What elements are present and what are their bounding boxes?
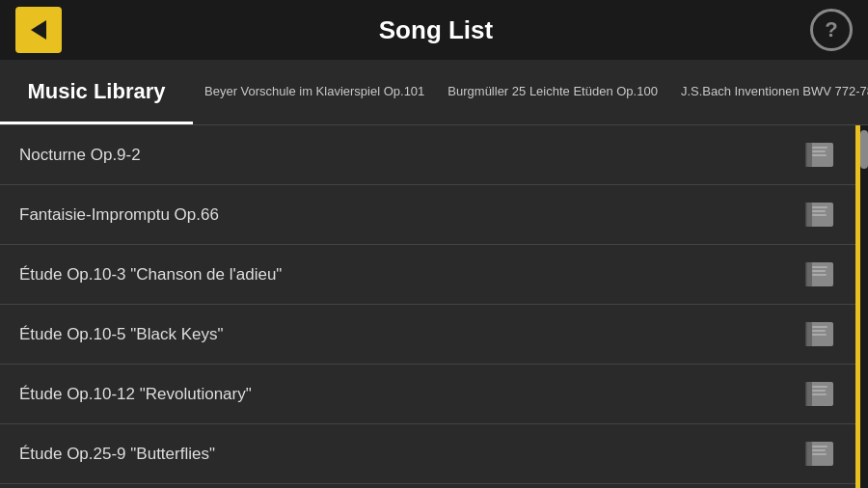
song-row[interactable]: Nocturne Op.9-2 [0,125,855,185]
help-button[interactable]: ? [810,9,853,51]
song-title: Étude Op.10-5 "Black Keys" [19,325,801,344]
book-icon [801,377,836,412]
song-title: Fantaisie-Impromptu Op.66 [19,205,801,225]
svg-rect-3 [812,147,827,149]
tab-bach[interactable]: J.S.Bach Inventionen BWV 772-786 [669,60,868,124]
tab-row: Music Library Beyer Vorschule im Klavier… [0,60,868,125]
book-icon [801,437,836,472]
header: Song List ? [0,0,868,60]
svg-rect-22 [812,330,826,332]
book-svg [802,320,835,349]
book-icon [801,258,836,292]
svg-rect-15 [812,266,827,268]
svg-rect-7 [806,203,812,227]
book-icon [801,138,836,173]
svg-rect-25 [806,382,812,406]
svg-rect-17 [812,274,827,276]
svg-rect-9 [812,206,827,208]
svg-rect-11 [812,214,827,216]
scrollbar-thumb[interactable] [860,130,868,169]
svg-rect-21 [812,326,827,328]
svg-rect-28 [812,390,826,392]
svg-rect-16 [812,270,826,272]
song-row[interactable]: Étude Op.25-9 "Butterflies" [0,424,855,484]
book-svg [802,201,835,230]
page-title: Song List [62,15,810,45]
svg-rect-35 [812,453,827,455]
book-icon [801,198,836,232]
back-button[interactable] [15,7,62,53]
book-icon [801,317,836,352]
svg-rect-19 [806,322,812,346]
svg-rect-29 [812,393,827,395]
song-row[interactable]: Étude Op.10-3 "Chanson de l'adieu" [0,245,855,305]
book-svg [802,440,835,469]
song-title: Étude Op.10-3 "Chanson de l'adieu" [19,265,801,285]
song-row[interactable]: Fantaisie-Impromptu Op.66 [0,185,855,245]
svg-rect-33 [812,446,827,447]
song-row[interactable]: Étude Op.10-5 "Black Keys" [0,305,855,365]
tab-burgmuller[interactable]: Burgmüller 25 Leichte Etüden Op.100 [436,60,669,124]
book-svg [802,380,835,409]
svg-rect-34 [812,449,826,451]
song-title: Étude Op.25-9 "Butterflies" [19,445,801,464]
help-icon: ? [825,17,837,42]
book-svg [802,141,835,170]
tab-music-library[interactable]: Music Library [0,60,193,124]
back-arrow-icon [31,20,46,40]
scrollbar[interactable] [860,125,868,488]
svg-rect-23 [812,334,827,336]
svg-rect-1 [806,143,812,167]
song-title: Étude Op.10-12 "Revolutionary" [19,385,801,404]
svg-rect-27 [812,386,827,388]
song-row[interactable]: Étude Op.10-12 "Revolutionary" [0,365,855,424]
svg-rect-31 [806,442,812,466]
tab-beyer[interactable]: Beyer Vorschule im Klavierspiel Op.101 [193,60,436,124]
svg-rect-5 [812,154,827,156]
song-title: Nocturne Op.9-2 [19,146,801,165]
svg-rect-13 [806,262,812,286]
svg-rect-4 [812,150,826,152]
song-list: Nocturne Op.9-2 Fantaisie-Impromptu Op.6… [0,125,855,488]
svg-rect-10 [812,210,826,212]
book-svg [802,260,835,289]
content-area: Nocturne Op.9-2 Fantaisie-Impromptu Op.6… [0,125,868,488]
